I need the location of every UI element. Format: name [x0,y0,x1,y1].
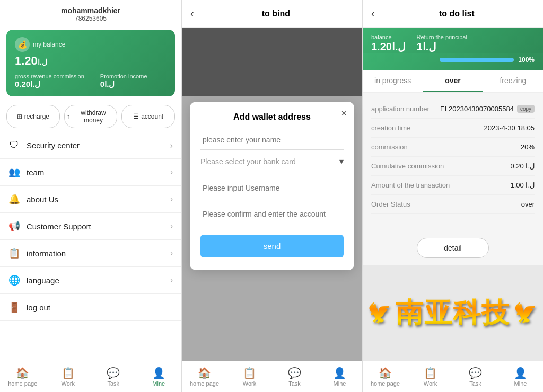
menu-item-about[interactable]: 🔔 about Us › [0,186,181,213]
menu-item-language[interactable]: 🌐 language › [0,267,181,294]
chevron-right-icon: › [170,221,173,231]
withdraw-icon: ↑ [67,113,70,120]
right-title: to do list [379,9,535,19]
task-icon: 💬 [288,367,301,379]
username: mohammadkhier [0,6,181,15]
account-input[interactable] [200,204,344,224]
chevron-right-icon: › [170,167,173,177]
nav-mine-right[interactable]: 👤 Mine [498,364,543,389]
detail-row-amount: Amount of the transaction 1.00 ل.ا [371,176,535,195]
chevron-right-icon: › [170,194,173,204]
balance-amount: 1.20ل.ا [15,54,167,68]
mine-icon: 👤 [514,367,527,379]
task-icon: 💬 [107,367,120,379]
menu-item-info[interactable]: 📋 information › [0,240,181,267]
modal-close-button[interactable]: × [341,108,347,119]
nav-home-right[interactable]: 🏠 home page [363,364,408,389]
gross-commission: gross revenue commission 0.20ل.ا [15,73,84,89]
account-button[interactable]: ☰ account [121,105,175,128]
home-icon: 🏠 [379,367,392,379]
tab-freezing[interactable]: freezing [483,70,543,92]
work-icon: 📋 [243,367,256,379]
mine-icon: 👤 [333,367,346,379]
nav-task-right[interactable]: 💬 Task [453,364,498,389]
promo-income: Promotion income 0ل.ا [100,73,147,89]
middle-back-button[interactable]: ‹ [190,7,194,20]
progress-percent: 100% [518,56,535,64]
middle-header: ‹ to bind [182,0,362,28]
right-bottom-nav: 🏠 home page 📋 Work 💬 Task 👤 Mine [363,361,543,392]
send-button[interactable]: send [200,235,344,257]
menu-item-support[interactable]: 📢 Customer Support › [0,213,181,240]
menu-item-security[interactable]: 🛡 Security center › [0,132,181,159]
info-icon: 📋 [8,247,20,259]
progress-bar-area: 100% [363,53,543,70]
name-input[interactable] [200,130,344,150]
balance-card: 💰 my balance 1.20ل.ا gross revenue commi… [6,30,175,96]
nav-mine[interactable]: 👤 Mine [136,364,182,389]
user-header: mohammadkhier 786253605 [0,0,181,25]
globe-icon: 🌐 [8,274,20,286]
detail-row-status: Order Status over [371,195,535,214]
bank-card-label: Please select your bank card [200,157,339,166]
right-wing-icon: 🦅 [513,302,538,324]
right-panel: ‹ to do list balance 1.20ل.ا Return the … [363,0,543,392]
mine-icon: 👤 [152,367,165,379]
team-icon: 👥 [8,166,20,178]
action-buttons: ⊞ recharge ↑ withdraw money ☰ account [0,101,181,132]
middle-title: to bind [198,9,354,19]
nav-task-mid[interactable]: 💬 Task [272,364,317,389]
menu-item-team[interactable]: 👥 team › [0,159,181,186]
left-bottom-nav: 🏠 home page 📋 Work 💬 Task 👤 Mine [0,361,181,392]
detail-list: application number EL20230430070005584 c… [363,93,543,230]
tab-over[interactable]: over [423,70,483,92]
balance-info-bar: balance 1.20ل.ا Return the principal 1ل.… [363,28,543,53]
work-icon: 📋 [424,367,437,379]
recharge-button[interactable]: ⊞ recharge [6,105,60,128]
detail-row-creation: creation time 2023-4-30 18:05 [371,119,535,138]
middle-panel: ‹ to bind × Add wallet address Please se… [181,0,363,392]
balance-col: balance 1.20ل.ا [371,34,406,53]
dropdown-icon: ▾ [339,156,344,166]
balance-icon: 💰 [15,37,30,52]
left-wing-icon: 🦅 [367,302,392,324]
nav-mine-mid[interactable]: 👤 Mine [317,364,362,389]
bell-icon: 🔔 [8,193,20,205]
principal-col: Return the principal 1ل.ا [417,34,467,53]
logo-section: 🦅 南亚科技 🦅 [363,265,543,361]
nav-work[interactable]: 📋 Work [46,364,91,389]
chevron-right-icon: › [170,275,173,285]
withdraw-button[interactable]: ↑ withdraw money [64,105,118,128]
user-id: 786253605 [0,15,181,22]
menu-item-logout[interactable]: 🚪 log out [0,294,181,321]
username-input[interactable] [200,179,344,198]
nav-home[interactable]: 🏠 home page [0,364,46,389]
nav-work-mid[interactable]: 📋 Work [227,364,272,389]
menu-list: 🛡 Security center › 👥 team › 🔔 about Us … [0,132,181,361]
tab-in-progress[interactable]: in progress [363,70,423,92]
work-icon: 📋 [62,367,75,379]
progress-track [440,58,514,62]
detail-button[interactable]: detail [417,238,488,258]
nav-home-mid[interactable]: 🏠 home page [182,364,227,389]
company-logo: 🦅 南亚科技 🦅 [367,295,538,332]
bank-card-select[interactable]: Please select your bank card ▾ [200,156,344,172]
add-wallet-modal: × Add wallet address Please select your … [190,102,354,270]
right-back-button[interactable]: ‹ [371,7,375,20]
account-icon: ☰ [133,113,139,120]
detail-row-commission: commission 20% [371,138,535,157]
my-balance-label: my balance [33,41,65,48]
recharge-icon: ⊞ [17,113,22,120]
task-icon: 💬 [469,367,482,379]
home-icon: 🏠 [16,367,29,379]
modal-overlay: × Add wallet address Please select your … [182,96,362,361]
tab-bar: in progress over freezing [363,70,543,93]
logout-icon: 🚪 [8,301,20,313]
detail-row-cumulative: Cumulative commission 0.20 ل.ا [371,157,535,176]
left-panel: mohammadkhier 786253605 💰 my balance 1.2… [0,0,181,392]
middle-bottom-nav: 🏠 home page 📋 Work 💬 Task 👤 Mine [182,361,362,392]
copy-button[interactable]: copy [517,105,535,113]
support-icon: 📢 [8,220,20,232]
nav-task[interactable]: 💬 Task [91,364,136,389]
nav-work-right[interactable]: 📋 Work [408,364,453,389]
